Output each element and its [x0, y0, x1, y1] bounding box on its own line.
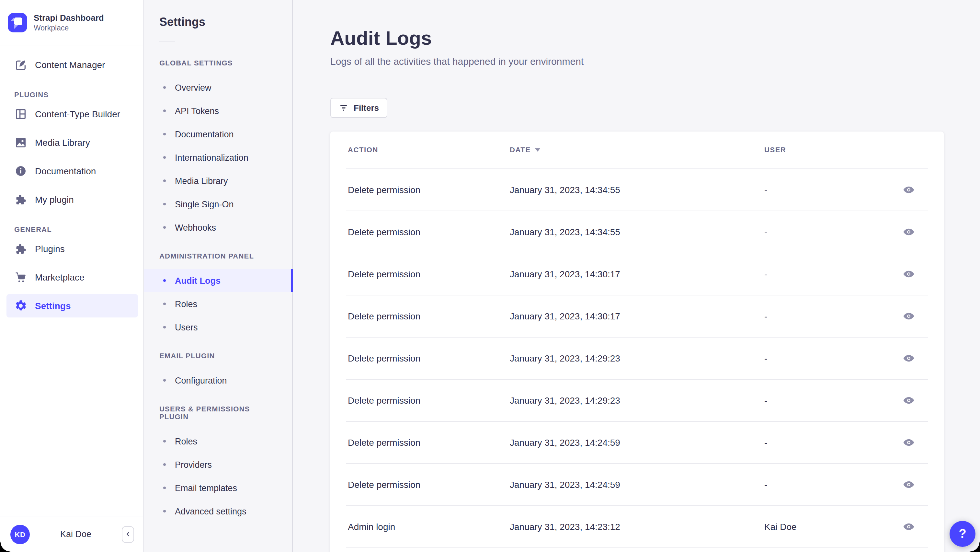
- column-header-label: DATE: [510, 146, 531, 154]
- table-row[interactable]: Delete permissionJanuary 31, 2023, 14:24…: [346, 421, 928, 463]
- settings-nav-item-label: Audit Logs: [175, 276, 221, 285]
- cell-date: January 31, 2023, 14:29:23: [508, 395, 762, 405]
- view-details-button[interactable]: [897, 262, 920, 285]
- settings-nav-item-email-templates[interactable]: Email templates: [144, 476, 292, 500]
- view-details-button[interactable]: [897, 220, 920, 243]
- sidebar-item-content-manager[interactable]: Content Manager: [0, 51, 143, 79]
- bullet-icon: [163, 156, 166, 159]
- cell-action: Delete permission: [346, 185, 508, 195]
- table-row[interactable]: Delete permissionJanuary 31, 2023, 14:34…: [346, 210, 928, 252]
- cell-user: -: [762, 226, 889, 237]
- brand[interactable]: Strapi Dashboard Workplace: [0, 0, 143, 45]
- view-details-button[interactable]: [897, 431, 920, 454]
- sidebar-item-settings[interactable]: Settings: [6, 294, 138, 317]
- cell-date: January 31, 2023, 14:24:59: [508, 437, 762, 447]
- settings-nav-item-overview[interactable]: Overview: [144, 76, 292, 99]
- sidebar-item-media-library[interactable]: Media Library: [0, 128, 143, 157]
- table-row[interactable]: Admin loginJanuary 31, 2023, 14:23:12Kai…: [346, 505, 928, 547]
- settings-nav-item-advanced-settings[interactable]: Advanced settings: [144, 500, 292, 523]
- help-button[interactable]: ?: [950, 521, 975, 547]
- column-header-action[interactable]: ACTION: [346, 146, 508, 154]
- eye-icon: [903, 184, 915, 195]
- eye-icon: [903, 310, 915, 322]
- view-details-button[interactable]: [897, 346, 920, 370]
- main-content: Audit Logs Logs of all the activities th…: [293, 0, 980, 552]
- settings-nav-section: EMAIL PLUGINConfiguration: [144, 352, 292, 392]
- view-details-button[interactable]: [897, 178, 920, 201]
- view-details-button[interactable]: [897, 472, 920, 496]
- sidebar-section-label: GENERAL: [14, 226, 143, 233]
- table-row[interactable]: Delete permissionJanuary 31, 2023, 14:24…: [346, 463, 928, 505]
- settings-nav-item-audit-logs[interactable]: Audit Logs: [144, 269, 292, 292]
- cart-icon: [14, 271, 27, 284]
- sidebar-footer: KD Kai Doe: [0, 516, 143, 552]
- settings-nav-item-providers[interactable]: Providers: [144, 453, 292, 476]
- settings-nav-item-roles[interactable]: Roles: [144, 292, 292, 315]
- eye-icon: [903, 394, 915, 406]
- sidebar-item-label: My plugin: [35, 194, 74, 205]
- settings-nav-item-roles[interactable]: Roles: [144, 430, 292, 453]
- settings-nav-item-users[interactable]: Users: [144, 315, 292, 339]
- settings-nav-item-api-tokens[interactable]: API Tokens: [144, 99, 292, 122]
- eye-icon: [903, 520, 915, 532]
- settings-nav-item-label: Documentation: [175, 129, 234, 139]
- sidebar-item-documentation[interactable]: Documentation: [0, 157, 143, 185]
- filters-button[interactable]: Filters: [330, 97, 387, 118]
- sidebar-item-label: Content-Type Builder: [35, 109, 120, 119]
- avatar[interactable]: KD: [10, 525, 30, 544]
- settings-section-list: RolesProvidersEmail templatesAdvanced se…: [144, 430, 292, 523]
- bullet-icon: [163, 86, 166, 89]
- settings-nav-item-label: Roles: [175, 299, 197, 309]
- puzzle-icon: [14, 193, 27, 206]
- cell-action: Delete permission: [346, 395, 508, 405]
- cell-user: -: [762, 479, 889, 490]
- table-row[interactable]: Delete permissionJanuary 31, 2023, 14:29…: [346, 379, 928, 421]
- cell-user: -: [762, 437, 889, 447]
- sidebar-item-marketplace[interactable]: Marketplace: [0, 263, 143, 291]
- table-row[interactable]: Delete permissionJanuary 31, 2023, 14:30…: [346, 252, 928, 294]
- column-header-date[interactable]: DATE: [508, 146, 762, 154]
- sidebar-item-plugins[interactable]: Plugins: [0, 235, 143, 263]
- settings-section-list: OverviewAPI TokensDocumentationInternati…: [144, 76, 292, 239]
- settings-nav-item-label: Single Sign-On: [175, 199, 234, 209]
- cell-action: Delete permission: [346, 353, 508, 363]
- eye-icon: [903, 352, 915, 364]
- settings-nav-item-webhooks[interactable]: Webhooks: [144, 216, 292, 239]
- settings-nav-item-single-sign-on[interactable]: Single Sign-On: [144, 192, 292, 216]
- sidebar-item-label: Media Library: [35, 137, 90, 148]
- cell-user: -: [762, 353, 889, 363]
- settings-section-label: EMAIL PLUGIN: [159, 352, 277, 360]
- cell-user: -: [762, 185, 889, 195]
- cell-user: -: [762, 311, 889, 321]
- settings-nav-item-label: Users: [175, 322, 198, 332]
- main-sidebar: Strapi Dashboard Workplace Content Manag…: [0, 0, 144, 552]
- cell-user: -: [762, 269, 889, 279]
- view-details-button[interactable]: [897, 515, 920, 538]
- table-row[interactable]: Delete permissionJanuary 31, 2023, 14:29…: [346, 337, 928, 379]
- view-details-button[interactable]: [897, 304, 920, 328]
- collapse-sidebar-button[interactable]: [122, 526, 134, 542]
- sidebar-section-label: PLUGINS: [14, 91, 143, 99]
- cell-action: Delete permission: [346, 437, 508, 447]
- table-row[interactable]: Delete permissionJanuary 31, 2023, 14:30…: [346, 294, 928, 337]
- bullet-icon: [163, 510, 166, 512]
- brand-subtitle: Workplace: [34, 24, 104, 32]
- user-name: Kai Doe: [35, 529, 116, 539]
- filter-icon: [339, 103, 348, 112]
- table-row[interactable]: Delete permissionJanuary 31, 2023, 14:34…: [346, 168, 928, 210]
- column-header-user[interactable]: USER: [762, 146, 889, 154]
- settings-nav-item-internationalization[interactable]: Internationalization: [144, 146, 292, 169]
- sidebar-item-content-type-builder[interactable]: Content-Type Builder: [0, 100, 143, 128]
- view-details-button[interactable]: [897, 388, 920, 412]
- column-header-label: USER: [764, 146, 786, 154]
- settings-nav-item-media-library[interactable]: Media Library: [144, 169, 292, 192]
- settings-nav-item-documentation[interactable]: Documentation: [144, 122, 292, 146]
- settings-nav-item-label: Internationalization: [175, 153, 248, 162]
- settings-nav-item-label: Roles: [175, 436, 197, 446]
- sidebar-item-my-plugin[interactable]: My plugin: [0, 185, 143, 214]
- settings-nav-item-configuration[interactable]: Configuration: [144, 369, 292, 392]
- settings-nav-section: GLOBAL SETTINGSOverviewAPI TokensDocumen…: [144, 59, 292, 239]
- app-screen: Strapi Dashboard Workplace Content Manag…: [0, 0, 980, 552]
- settings-section-list: Configuration: [144, 369, 292, 392]
- bullet-icon: [163, 279, 166, 282]
